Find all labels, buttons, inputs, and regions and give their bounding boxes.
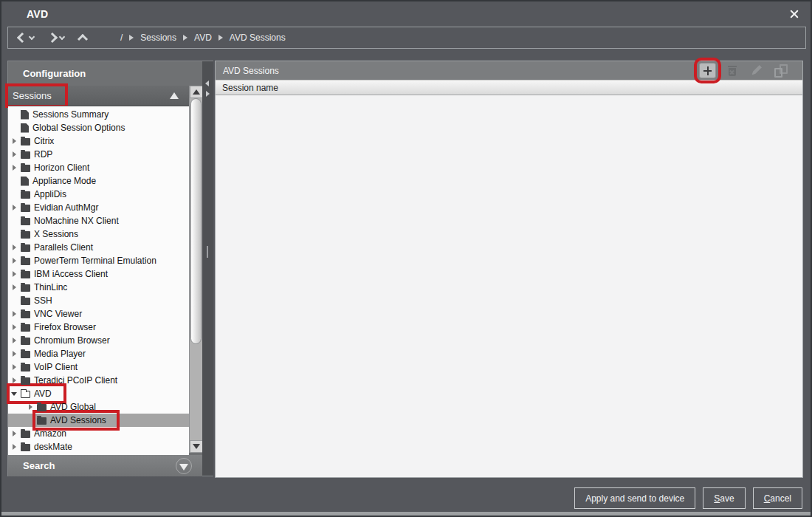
chevron-right-icon[interactable] (11, 270, 18, 278)
close-icon[interactable] (788, 8, 800, 20)
folder-icon (21, 324, 30, 332)
tree-item[interactable]: deskMate (8, 440, 189, 453)
tree-item[interactable]: Chromium Browser (8, 334, 189, 347)
tree-item-label: AVD (34, 388, 52, 400)
tree-item-label: AppliDis (34, 188, 66, 200)
chevron-right-icon[interactable] (11, 164, 18, 171)
tree-item[interactable]: AVD (8, 387, 189, 400)
tree-item[interactable]: Firefox Browser (8, 321, 189, 334)
chevron-right-icon[interactable] (27, 403, 35, 411)
tree-item[interactable]: Media Player (8, 347, 189, 360)
tree-item-label: Amazon (34, 428, 66, 439)
tree-item[interactable]: VNC Viewer (8, 307, 189, 321)
tree-item-label: Chromium Browser (34, 335, 110, 346)
tree-item[interactable]: Parallels Client (8, 241, 189, 254)
folder-icon (21, 431, 30, 438)
folder-icon (21, 191, 30, 199)
scrollbar-thumb[interactable] (190, 98, 202, 344)
tree-item[interactable]: VoIP Client (8, 360, 189, 374)
setup-window: AVD / Sessions AVD AVD Sessions Configur… (0, 0, 812, 517)
folder-icon (21, 298, 30, 305)
cancel-button[interactable]: Cancel (753, 487, 802, 509)
chevron-right-icon[interactable] (11, 244, 18, 251)
expander-spacer (27, 417, 35, 424)
chevron-right-icon[interactable] (11, 310, 18, 318)
tree-item[interactable]: Citrix (8, 134, 189, 148)
search-section-header[interactable]: Search (8, 455, 202, 476)
tree-item-label: VNC Viewer (34, 308, 82, 320)
breadcrumb-sessions[interactable]: Sessions (140, 32, 176, 43)
sessions-section-header[interactable]: Sessions (8, 86, 189, 106)
chevron-down-icon[interactable] (59, 34, 65, 40)
expander-spacer (11, 124, 18, 131)
tree-item[interactable]: NoMachine NX Client (8, 214, 189, 227)
chevron-right-icon[interactable] (11, 257, 18, 264)
breadcrumb-avd[interactable]: AVD (194, 32, 212, 43)
tree-item[interactable]: Horizon Client (8, 161, 189, 174)
list-panel-header: AVD Sessions (216, 61, 802, 80)
splitter-grip[interactable] (207, 246, 208, 258)
splitter-left-icon[interactable] (205, 81, 209, 86)
breadcrumb-avd-sessions[interactable]: AVD Sessions (230, 32, 286, 43)
tree-item[interactable]: ThinLinc (8, 281, 189, 294)
chevron-down-icon[interactable] (29, 34, 35, 40)
triangle-up-icon (193, 89, 200, 95)
save-button[interactable]: Save (703, 487, 745, 509)
tree-item[interactable]: SSH (8, 294, 189, 307)
tree-item[interactable]: Evidian AuthMgr (8, 201, 189, 214)
tree-item[interactable]: Amazon (8, 427, 189, 440)
tree-item[interactable]: Sessions Summary (8, 108, 189, 121)
tree-scrollbar[interactable] (189, 86, 202, 453)
folder-icon (21, 284, 30, 292)
forward-button[interactable] (49, 34, 64, 41)
tree-item[interactable]: PowerTerm Terminal Emulation (8, 254, 189, 267)
scroll-up-button[interactable] (190, 86, 203, 98)
column-header-session-name[interactable]: Session name (216, 80, 802, 95)
folder-icon (21, 205, 30, 212)
chevron-right-icon[interactable] (11, 377, 18, 384)
sessions-section-label: Sessions (10, 88, 63, 103)
sessions-list-panel: AVD Sessions Session name (215, 61, 803, 478)
chevron-right-icon[interactable] (11, 443, 18, 451)
tree-item[interactable]: Teradici PCoIP Client (8, 374, 189, 387)
edit-button[interactable] (748, 63, 765, 78)
chevron-right-icon[interactable] (11, 430, 18, 437)
panel-splitter[interactable] (202, 61, 213, 476)
delete-button[interactable] (723, 63, 740, 78)
breadcrumb-root[interactable]: / (120, 32, 123, 43)
breadcrumb-separator-icon (219, 35, 223, 41)
tree-item-label: X Sessions (34, 228, 78, 240)
up-button[interactable] (79, 32, 86, 43)
tree-item[interactable]: Appliance Mode (8, 174, 189, 188)
chevron-down-icon[interactable] (11, 390, 18, 397)
tree-item[interactable]: AppliDis (8, 188, 189, 201)
apply-and-send-button[interactable]: Apply and send to device (574, 487, 695, 509)
tree-item[interactable]: AVD Global (8, 400, 189, 414)
add-button[interactable] (699, 63, 716, 78)
chevron-right-icon[interactable] (11, 323, 18, 331)
chevron-right-icon[interactable] (11, 363, 18, 371)
tree-item[interactable]: AVD Sessions (8, 414, 189, 427)
chevron-right-icon[interactable] (11, 284, 18, 291)
collapse-up-icon[interactable] (170, 92, 179, 99)
copy-button[interactable] (772, 63, 789, 78)
chevron-right-icon[interactable] (11, 137, 18, 145)
tree-item[interactable]: Global Session Options (8, 121, 189, 134)
chevron-right-icon[interactable] (11, 337, 18, 344)
tree-item[interactable]: X Sessions (8, 227, 189, 241)
breadcrumb-separator-icon (183, 35, 187, 41)
folder-icon (21, 351, 30, 358)
tree-item[interactable]: IBM iAccess Client (8, 267, 189, 281)
expand-down-button[interactable] (176, 458, 192, 474)
column-header-label: Session name (222, 83, 278, 93)
chevron-right-icon[interactable] (11, 151, 18, 158)
back-button[interactable] (18, 34, 34, 41)
session-list[interactable] (216, 95, 802, 477)
tree-item[interactable]: RDP (8, 148, 189, 161)
folder-icon (21, 218, 30, 225)
chevron-right-icon[interactable] (11, 204, 18, 211)
splitter-right-icon[interactable] (206, 91, 210, 97)
triangle-down-icon (179, 464, 188, 470)
scroll-down-button[interactable] (190, 440, 203, 453)
chevron-right-icon[interactable] (11, 350, 18, 357)
